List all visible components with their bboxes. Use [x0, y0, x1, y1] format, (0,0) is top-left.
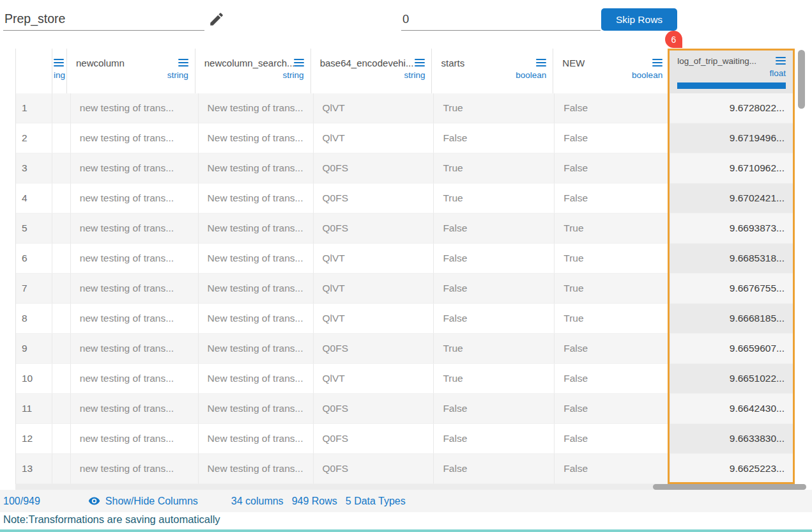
truncated-cell [52, 274, 71, 304]
data-table: ing newcolumn string newcolumn_search...… [15, 49, 794, 484]
newcolumn-search-cell: New testing of trans... [199, 424, 314, 454]
horizontal-scrollbar-thumb[interactable] [653, 484, 806, 490]
column-distribution-bar [677, 82, 786, 89]
new-cell: True [555, 244, 670, 274]
columns-count-link[interactable]: 34 columns [231, 496, 284, 507]
starts-cell: False [434, 304, 555, 334]
column-menu-icon[interactable] [54, 57, 64, 68]
row-number-cell: 6 [16, 244, 52, 274]
truncated-cell [52, 454, 71, 484]
header-truncated-column[interactable]: ing [52, 49, 67, 93]
starts-cell: True [434, 184, 555, 214]
dataset-name-input[interactable] [3, 8, 204, 31]
newcolumn-cell: new testing of trans... [71, 123, 199, 153]
newcolumn-cell: new testing of trans... [71, 214, 199, 244]
newcolumn-search-cell: New testing of trans... [199, 244, 314, 274]
base64-cell: Q0FS [314, 184, 434, 214]
newcolumn-cell: new testing of trans... [71, 184, 199, 214]
new-cell: False [555, 93, 670, 123]
float-cell: 9.6685318... [670, 244, 794, 274]
base64-cell: QlVT [314, 304, 434, 334]
row-number-cell: 4 [16, 184, 52, 214]
base64-cell: Q0FS [314, 153, 434, 184]
newcolumn-search-cell: New testing of trans... [199, 153, 314, 184]
table-row: 5 new testing of trans... New testing of… [16, 214, 794, 244]
row-number-cell: 10 [16, 364, 52, 394]
base64-cell: QlVT [314, 123, 434, 153]
starts-cell: True [434, 93, 555, 123]
column-menu-icon[interactable] [178, 57, 188, 68]
vertical-scrollbar[interactable] [798, 50, 805, 109]
table-row: 2 new testing of trans... New testing of… [16, 123, 794, 153]
truncated-cell [52, 93, 71, 123]
float-cell: 9.6625223... [670, 454, 794, 484]
truncated-cell [52, 334, 71, 364]
float-cell: 9.6659607... [670, 334, 794, 364]
table-row: 3 new testing of trans... New testing of… [16, 153, 794, 184]
starts-cell: False [434, 454, 555, 484]
new-cell: True [555, 274, 670, 304]
row-number-cell: 2 [16, 123, 52, 153]
newcolumn-cell: new testing of trans... [71, 394, 199, 424]
newcolumn-cell: new testing of trans... [71, 244, 199, 274]
truncated-cell [52, 153, 71, 184]
header-log-of-trip-waiting[interactable]: log_of_trip_waiting... float 8 - 10 [670, 49, 794, 93]
column-menu-icon[interactable] [415, 57, 425, 68]
newcolumn-search-cell: New testing of trans... [199, 394, 314, 424]
rows-count-link[interactable]: 949 Rows [292, 496, 337, 507]
base64-cell: QlVT [314, 364, 434, 394]
newcolumn-cell: new testing of trans... [71, 153, 199, 184]
starts-cell: False [434, 244, 555, 274]
starts-cell: False [434, 394, 555, 424]
newcolumn-search-cell: New testing of trans... [199, 214, 314, 244]
table-body: 1 new testing of trans... New testing of… [16, 93, 794, 484]
header-row-number [16, 49, 52, 93]
column-menu-icon[interactable] [652, 57, 663, 68]
truncated-cell [52, 304, 71, 334]
float-cell: 9.6728022... [670, 93, 794, 123]
header-base64-encodevehi[interactable]: base64_encodevehi... string [311, 49, 433, 93]
skip-rows-input[interactable] [401, 8, 601, 31]
starts-cell: True [434, 153, 555, 184]
new-cell: False [555, 334, 670, 364]
base64-cell: Q0FS [314, 334, 434, 364]
newcolumn-cell: new testing of trans... [71, 424, 199, 454]
column-menu-icon[interactable] [294, 57, 304, 68]
data-prep-window: Skip Rows ing newcolumn string n [0, 0, 812, 532]
newcolumn-cell: new testing of trans... [71, 304, 199, 334]
column-menu-icon[interactable] [536, 57, 546, 68]
row-number-cell: 7 [16, 274, 52, 304]
new-cell: False [555, 153, 670, 184]
header-newcolumn-search[interactable]: newcolumn_search... string [195, 49, 311, 93]
table-row: 4 new testing of trans... New testing of… [16, 184, 794, 214]
truncated-cell [52, 214, 71, 244]
new-cell: True [555, 304, 670, 334]
row-number-cell: 12 [16, 424, 52, 454]
header-newcolumn[interactable]: newcolumn string [67, 49, 195, 93]
newcolumn-search-cell: New testing of trans... [199, 334, 314, 364]
newcolumn-search-cell: New testing of trans... [199, 274, 314, 304]
header-new[interactable]: NEW boolean [553, 49, 670, 93]
new-cell: False [555, 394, 670, 424]
skip-rows-button[interactable]: Skip Rows [601, 8, 677, 31]
new-cell: False [555, 424, 670, 454]
base64-cell: Q0FS [314, 214, 434, 244]
table-row: 8 new testing of trans... New testing of… [16, 304, 794, 334]
table-row: 9 new testing of trans... New testing of… [16, 334, 794, 364]
starts-cell: True [434, 364, 555, 394]
float-cell: 9.6642430... [670, 394, 794, 424]
column-menu-icon[interactable] [776, 55, 786, 66]
row-number-cell: 13 [16, 454, 52, 484]
newcolumn-cell: new testing of trans... [71, 93, 199, 123]
data-types-link[interactable]: 5 Data Types [346, 496, 406, 507]
truncated-cell [52, 184, 71, 214]
starts-cell: False [434, 214, 555, 244]
table-row: 1 new testing of trans... New testing of… [16, 93, 794, 123]
header-starts[interactable]: starts boolean [432, 49, 553, 93]
new-cell: False [555, 454, 670, 484]
truncated-cell [52, 364, 71, 394]
edit-pencil-icon[interactable] [208, 11, 225, 27]
show-hide-columns-button[interactable]: Show/Hide Columns [88, 495, 198, 507]
float-cell: 9.6633830... [670, 424, 794, 454]
truncated-cell [52, 394, 71, 424]
